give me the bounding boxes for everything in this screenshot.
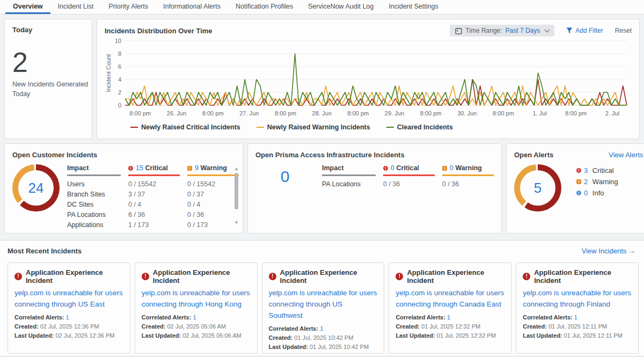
today-title: Today: [12, 26, 84, 34]
tab-incident-list[interactable]: Incident List: [50, 0, 101, 14]
last-updated-value: 01 Jul, 2025 12:11 PM: [564, 332, 623, 339]
critical-count: 15: [136, 164, 143, 172]
incidents-distribution-chart: 0246810Incident Count8:00 pm26. Jun8:00 …: [105, 37, 632, 120]
add-filter-button[interactable]: Add Filter: [566, 27, 603, 34]
warning-label: Warning: [455, 164, 482, 172]
tab-overview[interactable]: Overview: [5, 0, 50, 14]
warning-count: 2: [584, 178, 588, 186]
info-count: 0: [584, 189, 588, 197]
incident-link[interactable]: yelp.com is unreachable for users connec…: [14, 288, 123, 310]
last-updated-label: Last Updated:: [14, 332, 54, 339]
correlated-alerts-value: 1: [574, 314, 577, 320]
today-incident-count: 2: [12, 48, 84, 77]
warning-icon: [442, 166, 447, 171]
open-pa-infrastructure-card: Open Prisma Access Infrastructure Incide…: [247, 143, 502, 234]
incident-type: Application Experience Incident: [407, 268, 504, 285]
svg-text:1. Jul: 1. Jul: [532, 110, 546, 116]
svg-text:0: 0: [118, 102, 121, 108]
tab-servicenow-audit-log[interactable]: ServiceNow Audit Log: [301, 0, 381, 14]
critical-incident-icon: [142, 273, 149, 280]
incident-link[interactable]: yelp.com is unreachable for users connec…: [523, 288, 632, 310]
impact-row-label: DC Sites: [67, 199, 121, 209]
cleared-line-swatch: [386, 127, 394, 128]
scroll-down-icon[interactable]: ▼: [235, 220, 239, 225]
svg-text:26. Jun: 26. Jun: [167, 110, 186, 116]
critical-label: Critical: [396, 164, 419, 172]
svg-text:8:00 pm: 8:00 pm: [347, 110, 369, 116]
alerts-legend: 3 Critical 2 Warning 0 Info: [576, 166, 618, 212]
critical-icon: [576, 168, 581, 173]
incident-card: Application Experience Incident yelp.com…: [262, 263, 385, 354]
view-incidents-link[interactable]: View Incidents →: [582, 247, 635, 255]
svg-text:10: 10: [115, 38, 121, 44]
svg-text:6: 6: [118, 63, 121, 70]
last-updated-label: Last Updated:: [396, 332, 435, 339]
warning-label: Warning: [200, 164, 227, 172]
legend-warning: Newly Raised Warning Incidents: [257, 123, 370, 131]
created-label: Created:: [396, 323, 420, 330]
warning-icon: [187, 166, 192, 171]
incident-link[interactable]: yelp.com is unreachable for users connec…: [396, 288, 504, 310]
incident-link[interactable]: yelp.com is unreachable for users connec…: [269, 288, 378, 322]
chart-title: Incidents Distribution Over Time: [105, 27, 213, 35]
tab-notification-profiles[interactable]: Notification Profiles: [228, 0, 301, 14]
table-scrollbar[interactable]: ▲ ▼: [233, 166, 239, 225]
incident-link[interactable]: yelp.com is unreachable for users connec…: [142, 288, 251, 310]
tab-informational-alerts[interactable]: Informational Alerts: [156, 0, 228, 14]
add-filter-label: Add Filter: [575, 27, 603, 34]
impact-row-label: PA Locations: [67, 209, 121, 220]
created-value: 02 Jul, 2025 12:36 PM: [40, 323, 99, 330]
open-alerts-card: Open Alerts View Alerts → 5 3 Critical 2…: [506, 143, 644, 234]
legend-cleared-label: Cleared Incidents: [397, 123, 453, 131]
view-alerts-link[interactable]: View Alerts →: [609, 151, 644, 159]
incident-card: Application Experience Incident yelp.com…: [389, 263, 511, 354]
correlated-alerts-value: 1: [447, 314, 450, 320]
critical-incident-icon: [523, 273, 530, 280]
warning-count: 9: [195, 164, 199, 172]
tab-priority-alerts[interactable]: Priority Alerts: [101, 0, 156, 14]
impact-row-critical: 0 / 15542: [128, 179, 180, 189]
open-alerts-title: Open Alerts: [514, 151, 553, 159]
scroll-up-icon[interactable]: ▲: [235, 166, 239, 172]
today-card: Today 2 New Incidents Generated Today: [4, 19, 92, 139]
svg-text:2. Jul: 2. Jul: [605, 110, 619, 116]
pa-impact-table: Impact 0 Critical 0 Warning PA Locations…: [322, 164, 494, 189]
time-range-selector[interactable]: Time Range: Past 7 Days: [450, 25, 554, 37]
last-updated-value: 02 Jul, 2025 05:06 AM: [182, 332, 241, 339]
svg-text:8:00 pm: 8:00 pm: [275, 110, 296, 116]
impact-row-critical: 6 / 36: [128, 209, 180, 220]
impact-column-header: Impact: [67, 164, 121, 176]
most-recent-incidents-panel: Most Recent Incidents View Incidents → A…: [0, 240, 644, 356]
svg-text:8: 8: [118, 50, 121, 57]
calendar-icon: [455, 27, 462, 34]
created-label: Created:: [142, 323, 166, 330]
chevron-down-icon: [545, 27, 550, 33]
top-tab-bar: Overview Incident List Priority Alerts I…: [0, 0, 644, 14]
svg-text:8:00 pm: 8:00 pm: [129, 110, 151, 116]
incidents-chart-card: Incidents Distribution Over Time Time Ra…: [97, 19, 640, 139]
last-updated-value: 01 Jul, 2025 10:42 PM: [310, 344, 369, 350]
critical-icon: [383, 166, 388, 171]
correlated-alerts-value: 1: [66, 314, 69, 320]
warning-icon: [576, 179, 581, 184]
tab-incident-settings[interactable]: Incident Settings: [381, 0, 445, 14]
chart-legend: Newly Raised Critical Incidents Newly Ra…: [130, 123, 632, 131]
created-value: 02 Jul, 2025 05:06 AM: [167, 323, 225, 330]
correlated-alerts-label: Correlated Alerts:: [523, 314, 573, 320]
time-range-label: Time Range:: [465, 27, 502, 34]
impact-row-critical: 1 / 173: [128, 220, 180, 230]
open-pa-infrastructure-title: Open Prisma Access Infrastructure Incide…: [255, 151, 494, 159]
incident-type: Application Experience Incident: [534, 268, 632, 285]
critical-column-header: 15 Critical: [128, 164, 180, 176]
recent-incident-cards: Application Experience Incident yelp.com…: [8, 263, 639, 354]
open-customer-incidents-title: Open Customer Incidents: [12, 151, 235, 159]
correlated-alerts-label: Correlated Alerts:: [142, 314, 192, 320]
correlated-alerts-label: Correlated Alerts:: [14, 314, 64, 320]
svg-text:Incident Count: Incident Count: [105, 54, 112, 92]
incident-type: Application Experience Incident: [280, 268, 378, 285]
scrollbar-thumb[interactable]: [235, 173, 238, 209]
last-updated-label: Last Updated:: [523, 332, 562, 339]
svg-text:2: 2: [118, 89, 121, 96]
reset-button[interactable]: Reset: [615, 27, 632, 34]
critical-count: 0: [391, 164, 394, 172]
